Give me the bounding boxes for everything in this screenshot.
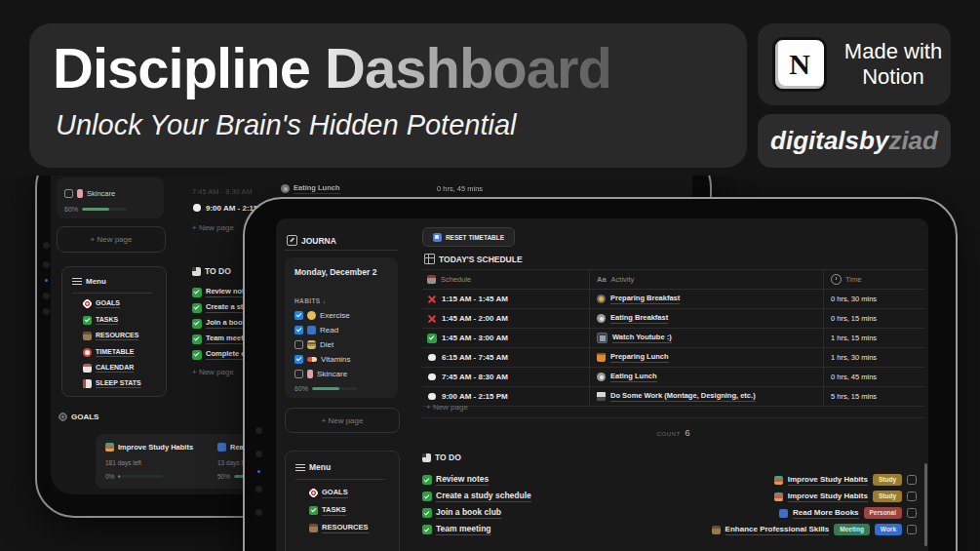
laptop-icon xyxy=(597,392,606,401)
task-goal[interactable]: Read More Books xyxy=(793,508,859,519)
habit-checkbox[interactable] xyxy=(294,326,303,335)
pot-icon xyxy=(597,353,606,362)
new-page-link[interactable]: + New page xyxy=(192,223,234,232)
sidebar-item-resources[interactable]: RESOURCES xyxy=(309,523,369,533)
sidebar-item-goals[interactable]: GOALS xyxy=(309,488,348,498)
schedule-row[interactable]: 6:15 AM - 7:45 AM Preparing Lunch 1 hrs,… xyxy=(422,348,924,368)
column-schedule[interactable]: Schedule xyxy=(422,270,590,289)
task-goal[interactable]: Improve Study Habits xyxy=(788,475,868,486)
alarm-icon xyxy=(83,348,92,357)
sidebar-item-resources[interactable]: RESOURCES xyxy=(83,332,138,340)
todo-task-row[interactable]: Team meeting Enhance Professional Skills… xyxy=(422,524,917,535)
habit-checkbox[interactable] xyxy=(294,311,303,320)
book-icon xyxy=(307,326,316,335)
checked-icon[interactable] xyxy=(422,525,432,534)
schedule-row[interactable]: 9:00 AM - 2:15 PM Do Some Work (Montage,… xyxy=(422,387,924,407)
task-goal[interactable]: Enhance Professional Skills xyxy=(725,525,830,535)
checked-icon[interactable] xyxy=(192,319,202,329)
habit-checkbox[interactable] xyxy=(294,370,303,378)
sidebar-item-timetable[interactable]: TIMETABLE xyxy=(83,348,135,357)
task-name: Create a study schedule xyxy=(436,491,531,502)
new-page-link[interactable]: + New page xyxy=(192,368,234,376)
sidebar-item-goals[interactable]: GOALS xyxy=(83,299,120,308)
checked-icon[interactable] xyxy=(192,350,202,360)
count-value: 6 xyxy=(685,428,689,438)
todo-section-header: TO DO xyxy=(192,266,231,276)
menu-card: Menu GOALS TASKS RESOURCES TIMETABLE C xyxy=(61,266,167,397)
task-checkbox[interactable] xyxy=(907,525,917,534)
divider xyxy=(295,479,385,480)
sidebar-item-calendar[interactable]: CALENDAR xyxy=(83,364,134,373)
checked-icon[interactable] xyxy=(422,508,432,518)
calendar-icon xyxy=(83,364,92,373)
schedule-row[interactable]: 1:15 AM - 1:45 AM Preparing Breakfast 0 … xyxy=(422,290,924,309)
journal-card: Monday, December 2 HABITS ↓ Exercise Rea… xyxy=(285,257,398,398)
habit-row[interactable]: Read xyxy=(294,326,338,335)
tag-badge: Study xyxy=(873,491,902,501)
schedule-table: Schedule Aa Activity Time 1:15 AM - 1:45… xyxy=(422,269,924,407)
goal-days-left: 181 days left xyxy=(105,459,141,466)
new-page-link[interactable]: + New page xyxy=(426,403,468,412)
habit-checkbox[interactable] xyxy=(64,189,73,198)
schedule-row[interactable]: 1:45 AM - 2:00 AM Eating Breakfast 0 hrs… xyxy=(422,309,924,329)
task-goal[interactable]: Improve Study Habits xyxy=(788,492,868,502)
calendar-icon xyxy=(427,275,436,284)
sidebar-item-tasks[interactable]: TASKS xyxy=(309,505,346,516)
hamburger-icon[interactable] xyxy=(72,278,82,285)
scrollbar[interactable] xyxy=(924,463,927,546)
tag-badge: Work xyxy=(875,524,902,534)
habit-checkbox[interactable] xyxy=(294,340,303,349)
lotion-icon xyxy=(77,189,83,198)
checked-icon[interactable] xyxy=(422,492,432,501)
brand-name-primary: digitalsby xyxy=(770,126,888,156)
todo-task-row[interactable]: Create a study schedule Improve Study Ha… xyxy=(422,491,917,502)
new-page-button[interactable]: + New page xyxy=(285,408,400,433)
checked-icon[interactable] xyxy=(192,335,202,344)
missed-x-icon xyxy=(427,295,437,304)
target-icon xyxy=(309,489,318,497)
task-checkbox[interactable] xyxy=(907,475,917,485)
count-footer: COUNT 6 xyxy=(422,422,924,440)
checked-icon[interactable] xyxy=(192,288,202,297)
divider xyxy=(285,250,398,251)
title-card: Discipline Dashboard Unlock Your Brain's… xyxy=(29,23,747,168)
briefcase-icon xyxy=(83,332,92,340)
plate-icon xyxy=(281,184,290,193)
notion-logo-icon: N xyxy=(772,37,827,92)
new-page-button[interactable]: + New page xyxy=(57,226,166,253)
brand-badge: digitalsbyziad xyxy=(758,114,951,168)
books-icon xyxy=(105,443,114,452)
todo-section-header: TO DO xyxy=(422,453,461,462)
goal-progressbar xyxy=(118,475,163,478)
task-checkbox[interactable] xyxy=(907,508,917,518)
clipboard-icon xyxy=(192,267,201,276)
schedule-row[interactable]: 7:45 AM - 8:30 AM Eating Lunch 0 hrs, 45… xyxy=(422,368,924,387)
checked-icon[interactable] xyxy=(192,303,202,313)
hamburger-icon[interactable] xyxy=(295,464,305,471)
habit-row[interactable]: Diet xyxy=(294,340,333,349)
reset-timetable-button[interactable]: RESET TIMETABLE xyxy=(422,227,515,247)
checked-icon[interactable] xyxy=(422,475,432,485)
sidebar-item-sleep-stats[interactable]: SLEEP STATS xyxy=(83,379,141,388)
sidebar-item-tasks[interactable]: TASKS xyxy=(83,316,118,325)
goal-card[interactable]: Improve Study Habits 181 days left 0% xyxy=(96,434,226,489)
pencil-square-icon xyxy=(287,235,297,246)
column-activity[interactable]: Aa Activity xyxy=(590,270,824,289)
burger-icon xyxy=(307,340,316,349)
todo-task-row[interactable]: Review notes Improve Study Habits Study xyxy=(422,474,917,486)
habit-row[interactable]: Skincare xyxy=(294,370,347,378)
task-checkbox[interactable] xyxy=(907,492,917,501)
habit-row[interactable]: Exercise xyxy=(294,311,350,320)
aa-icon: Aa xyxy=(597,275,607,284)
task-name: Join a book club xyxy=(436,507,501,519)
pending-dot-icon xyxy=(427,392,437,402)
habit-checkbox[interactable] xyxy=(294,355,303,364)
goal-title: Improve Study Habits xyxy=(118,443,193,452)
goals-section-header: GOALS xyxy=(59,413,98,421)
column-time[interactable]: Time xyxy=(824,270,924,289)
journal-date: Monday, December 2 xyxy=(294,267,376,277)
habit-row[interactable]: Vitamins xyxy=(294,355,351,364)
todo-task-row[interactable]: Join a book club Read More Books Persona… xyxy=(422,507,917,519)
schedule-row[interactable]: 1:45 AM - 3:00 AM Watch Youtube :) 1 hrs… xyxy=(422,329,924,348)
notebook-icon xyxy=(83,379,92,388)
